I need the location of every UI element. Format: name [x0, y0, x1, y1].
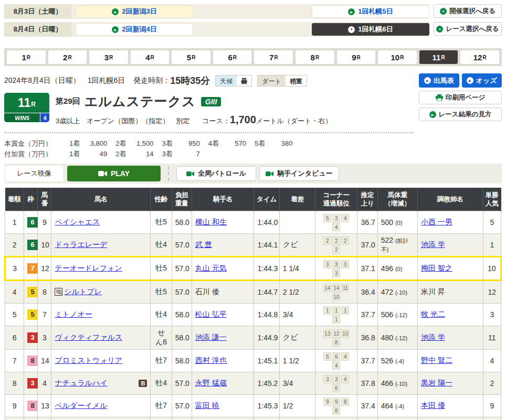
- corner-position: 4: [341, 375, 349, 383]
- race-tab-6r[interactable]: 6R: [213, 50, 252, 64]
- arrow-right-icon: ▶: [424, 77, 431, 84]
- margin: 1 1/2: [279, 349, 315, 372]
- carried-weight: 58.0: [172, 303, 192, 326]
- race-tab-4r[interactable]: 4R: [131, 50, 170, 64]
- horse-name-link[interactable]: ベルダーイメル: [55, 401, 107, 411]
- race-tab-7r[interactable]: 7R: [254, 50, 293, 64]
- jockey-link[interactable]: 永野 猛蔵: [195, 379, 227, 387]
- jockey-link[interactable]: 横山 和生: [195, 218, 227, 226]
- back-to-race-select-button[interactable]: ▲ レース選択へ戻る: [434, 22, 502, 36]
- horse-name-link[interactable]: ドゥラエレーデ: [55, 240, 107, 250]
- trainer-cell: 黒岩 陽一: [418, 372, 483, 394]
- jockey-cell: 石川 倭: [192, 280, 254, 303]
- race-tab-11r[interactable]: 11R: [419, 50, 458, 64]
- back-to-meeting-select-button[interactable]: ▲ 開催選択へ戻る: [434, 4, 502, 18]
- corner-position: 2: [323, 236, 331, 245]
- meeting-button-sapporo-day5[interactable]: ▶ 1回札幌5日: [312, 5, 429, 18]
- jockey-link[interactable]: 富田 暁: [195, 401, 219, 410]
- entry-table-button[interactable]: ▶ 出馬表: [419, 73, 459, 88]
- jockey-link[interactable]: 武 豊: [195, 240, 212, 249]
- result-guide-button[interactable]: ▶ レース結果の見方: [419, 107, 502, 121]
- jockey-link[interactable]: 池添 謙一: [195, 333, 227, 341]
- trainer-link[interactable]: 牧 光二: [421, 310, 445, 318]
- arrow-right-icon: ▶: [467, 77, 473, 84]
- trainer-link[interactable]: 池添 学: [421, 240, 445, 249]
- race-tab-5r[interactable]: 5R: [172, 50, 210, 64]
- race-date-text: 2024年8月4日（日曜） 1回札幌6日: [4, 76, 125, 85]
- trainer-link[interactable]: 本田 優: [421, 401, 445, 410]
- column-header: 調教師名: [418, 188, 483, 211]
- race-tab-12r[interactable]: 12R: [460, 50, 499, 64]
- finish-position: 10: [5, 417, 24, 420]
- prize-value: 49: [80, 149, 107, 159]
- arrow-up-icon: ▲: [440, 8, 447, 15]
- weather-badge: 天候 曇: [215, 75, 252, 87]
- weather-value: 曇: [237, 76, 251, 86]
- race-tab-2r[interactable]: 2R: [48, 50, 87, 64]
- trainer-link[interactable]: 黒岩 陽一: [421, 379, 452, 387]
- win-popularity: 2: [483, 372, 501, 394]
- corner-passing-order: 9988: [315, 394, 357, 417]
- play-race-video-button[interactable]: PLAY: [67, 166, 161, 181]
- frame-badge: 8: [27, 356, 38, 366]
- prize-extra-line: 付加賞（万円）1着492着143着7: [4, 149, 414, 159]
- result-row-5: 557ミトノオー牡458.0松山 弘平1:44.83/4111137.7506 …: [5, 303, 501, 326]
- race-tab-3r[interactable]: 3R: [89, 50, 128, 64]
- trainer-link[interactable]: 池添 学: [421, 333, 445, 341]
- margin: 2 1/2: [279, 280, 315, 303]
- trainer-link[interactable]: 野中 賢二: [421, 356, 452, 364]
- finish-position: 1: [5, 211, 24, 233]
- frame-cell: 8: [24, 394, 38, 417]
- horse-name-link[interactable]: ミトノオー: [55, 310, 92, 319]
- patrol-video-button[interactable]: 全周パトロール: [176, 166, 256, 181]
- jockey-link[interactable]: 西村 淳也: [195, 356, 227, 364]
- print-page-button[interactable]: 印刷用ページ: [419, 91, 502, 104]
- column-header: 馬名: [51, 188, 151, 211]
- meeting-button-sapporo-day6-selected[interactable]: ▼ 1回札幌6日: [312, 23, 429, 36]
- corner-position: 1: [332, 306, 340, 315]
- jockey-cell: 西村 淳也: [192, 349, 254, 372]
- horse-name-link[interactable]: テーオードレフォン: [55, 264, 122, 273]
- result-row-2: 2610ドゥラエレーデ牡457.0武 豊1:44.1クビ222237.0522 …: [5, 233, 501, 256]
- video-bar: レース映像 PLAY 全周パトロール 騎手インタビュー: [4, 164, 502, 184]
- win-popularity: 11: [483, 326, 501, 349]
- race-header-main: 2024年8月4日（日曜） 1回札幌6日 発走時刻： 15時35分 天候 曇 ダ…: [4, 73, 414, 159]
- result-row-10: 1011フルム牡557.0水口 優也1:45.3クビ777737.6482 (-…: [5, 417, 501, 420]
- margin: クビ: [279, 233, 315, 256]
- body-weight-cell: 522 (前計不): [377, 233, 417, 256]
- horse-name-link[interactable]: ペイシャエス: [55, 218, 100, 227]
- date-nav-sunday: 8月4日（日曜） ▶ 2回新潟4日 ▼ 1回札幌6日 ▲ レース選択へ戻る: [4, 22, 502, 37]
- race-tab-10r[interactable]: 10R: [378, 50, 417, 64]
- last-3f-time: 37.7: [357, 349, 377, 372]
- jockey-interview-button[interactable]: 騎手インタビュー: [259, 166, 339, 181]
- horse-name-link[interactable]: ヴィクティファルス: [55, 333, 122, 342]
- jockey-link[interactable]: 丸山 元気: [195, 264, 227, 272]
- race-tab-8r[interactable]: 8R: [296, 50, 334, 64]
- results-header-row: 着順枠馬 番馬名性齢負担 重量騎手名タイム着差コーナー 通過順位推定 上り馬体重…: [5, 188, 501, 211]
- race-title-block: 11 R WIN5 4 第29回 エルムステークス GIII 3: [4, 93, 414, 133]
- race-tab-1r[interactable]: 1R: [7, 50, 46, 64]
- corner-position: 1: [341, 306, 349, 315]
- arrow-right-icon: ▶: [112, 26, 119, 33]
- race-tab-9r[interactable]: 9R: [337, 50, 376, 64]
- arrow-right-icon: ▶: [429, 111, 436, 118]
- jockey-link[interactable]: 松山 弘平: [195, 310, 227, 318]
- race-info-line: 2024年8月4日（日曜） 1回札幌6日 発走時刻： 15時35分 天候 曇 ダ…: [4, 73, 414, 88]
- odds-button[interactable]: ▶ オッズ: [462, 73, 502, 88]
- finish-time: 1:44.7: [254, 280, 279, 303]
- trainer-link[interactable]: 小西 一男: [421, 218, 452, 226]
- horse-name-link[interactable]: プロミストウォリア: [55, 356, 122, 365]
- meeting-button-niigata-day4[interactable]: ▶ 2回新潟4日: [76, 23, 193, 36]
- last-3f-time: 36.8: [357, 326, 377, 349]
- meeting-button-niigata-day3[interactable]: ▶ 2回新潟3日: [76, 5, 193, 18]
- track-label: ダート: [258, 76, 286, 86]
- arrow-down-icon: ▼: [348, 26, 355, 33]
- horse-name-link[interactable]: ナチュラルハイ: [55, 379, 107, 388]
- trainer-link[interactable]: 梅田 智之: [421, 264, 452, 272]
- course-label: コース：: [202, 116, 230, 126]
- horse-name-link[interactable]: シルトプレ: [64, 287, 102, 297]
- body-weight-cell: 496 (0): [377, 256, 417, 280]
- last-3f-time: 36.7: [357, 211, 377, 233]
- race-header-area: 2024年8月4日（日曜） 1回札幌6日 発走時刻： 15時35分 天候 曇 ダ…: [4, 73, 502, 159]
- frame-cell: 5: [24, 303, 38, 326]
